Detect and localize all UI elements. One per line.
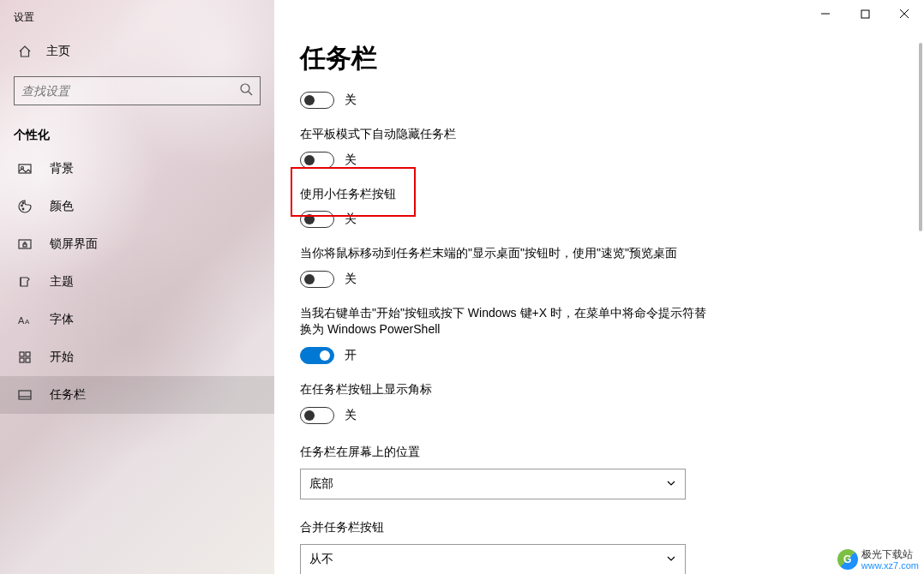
dropdown-combine[interactable]: 从不 <box>300 544 686 574</box>
toggle-small-buttons[interactable] <box>300 211 334 228</box>
taskbar-icon <box>17 387 33 403</box>
toggle-state: 关 <box>345 212 357 227</box>
sidebar-item-background[interactable]: 背景 <box>0 150 274 188</box>
search-input[interactable] <box>21 84 239 98</box>
setting-label-badges: 在任务栏按钮上显示角标 <box>300 381 711 398</box>
sidebar-item-label: 背景 <box>50 161 74 176</box>
label-position: 任务栏在屏幕上的位置 <box>300 445 898 460</box>
dropdown-position[interactable]: 底部 <box>300 469 686 499</box>
home-nav[interactable]: 主页 <box>0 35 274 68</box>
dropdown-value: 底部 <box>309 476 333 492</box>
chevron-down-icon <box>666 477 676 491</box>
watermark: G 极光下载站 www.xz7.com <box>837 549 919 571</box>
svg-rect-14 <box>26 358 30 362</box>
home-label: 主页 <box>46 44 70 59</box>
page-title: 任务栏 <box>300 41 898 76</box>
sidebar-item-start[interactable]: 开始 <box>0 338 274 376</box>
setting-label-peek: 当你将鼠标移动到任务栏末端的"显示桌面"按钮时，使用"速览"预览桌面 <box>300 245 711 262</box>
minimize-button[interactable] <box>806 0 845 27</box>
toggle-state: 关 <box>345 408 357 423</box>
svg-text:A: A <box>25 318 30 326</box>
toggle-state: 关 <box>345 93 357 108</box>
watermark-text: 极光下载站 <box>861 549 919 560</box>
font-icon: AA <box>17 312 33 327</box>
palette-icon <box>17 199 33 214</box>
app-title: 设置 <box>0 7 274 35</box>
svg-line-1 <box>249 92 252 95</box>
svg-rect-13 <box>20 358 24 362</box>
toggle-state: 关 <box>345 272 357 287</box>
sidebar-item-fonts[interactable]: AA 字体 <box>0 301 274 338</box>
svg-point-6 <box>22 208 24 210</box>
sidebar-item-lockscreen[interactable]: 锁屏界面 <box>0 225 274 263</box>
close-button[interactable] <box>885 0 924 27</box>
toggle-badges[interactable] <box>300 407 334 424</box>
toggle-unknown-top[interactable] <box>300 92 334 109</box>
search-box[interactable] <box>14 76 261 105</box>
watermark-logo-icon: G <box>837 549 858 570</box>
watermark-url: www.xz7.com <box>861 560 919 571</box>
sidebar-item-taskbar[interactable]: 任务栏 <box>0 376 274 414</box>
setting-label-tablet-autohide: 在平板模式下自动隐藏任务栏 <box>300 126 711 143</box>
svg-point-5 <box>22 202 24 204</box>
search-icon <box>239 82 253 99</box>
sidebar-item-label: 任务栏 <box>50 387 86 403</box>
setting-label-small-buttons: 使用小任务栏按钮 <box>300 186 711 203</box>
svg-rect-12 <box>26 352 30 356</box>
svg-text:A: A <box>18 315 25 326</box>
sidebar-item-label: 开始 <box>50 350 74 365</box>
toggle-powershell[interactable] <box>300 347 334 364</box>
start-icon <box>17 350 33 365</box>
svg-rect-11 <box>20 352 24 356</box>
dropdown-value: 从不 <box>309 552 333 567</box>
toggle-state: 开 <box>345 348 357 363</box>
lockscreen-icon <box>17 236 33 252</box>
setting-label-powershell: 当我右键单击"开始"按钮或按下 Windows 键+X 时，在菜单中将命令提示符… <box>300 305 711 338</box>
main-content: 任务栏 关 在平板模式下自动隐藏任务栏 关 使用小任务栏按钮 关 当你将鼠标移动… <box>274 0 924 574</box>
toggle-peek[interactable] <box>300 271 334 288</box>
svg-rect-18 <box>861 10 869 18</box>
theme-icon <box>17 274 33 290</box>
sidebar-item-label: 颜色 <box>50 199 74 214</box>
sidebar-item-themes[interactable]: 主题 <box>0 263 274 301</box>
home-icon <box>17 44 33 59</box>
svg-point-4 <box>21 205 23 206</box>
toggle-tablet-autohide[interactable] <box>300 152 334 169</box>
scrollbar-thumb[interactable] <box>919 43 922 231</box>
sidebar-item-label: 主题 <box>50 274 74 290</box>
label-combine: 合并任务栏按钮 <box>300 520 898 535</box>
picture-icon <box>17 161 33 176</box>
sidebar-item-label: 字体 <box>50 312 74 327</box>
sidebar-item-label: 锁屏界面 <box>50 236 98 252</box>
maximize-button[interactable] <box>845 0 885 27</box>
sidebar-item-colors[interactable]: 颜色 <box>0 188 274 225</box>
section-title: 个性化 <box>0 114 274 150</box>
svg-rect-8 <box>23 244 27 247</box>
svg-point-0 <box>241 84 249 93</box>
chevron-down-icon <box>666 553 676 566</box>
svg-rect-15 <box>19 391 31 399</box>
toggle-state: 关 <box>345 152 357 168</box>
